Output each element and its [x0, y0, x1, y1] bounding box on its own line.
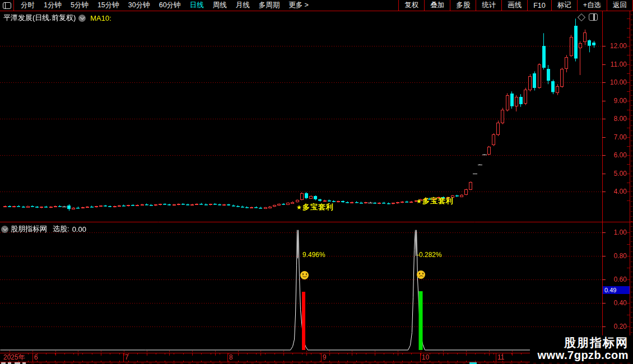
- selection-field-value: 0.00: [72, 225, 86, 234]
- indicator-axis-label: 1.00: [603, 228, 627, 236]
- timeframe-item[interactable]: 1分钟: [39, 1, 66, 10]
- collapse-chevron-icon[interactable]: [78, 15, 86, 22]
- month-label: 7: [125, 354, 129, 361]
- ma-indicator-label: MA10:: [90, 14, 111, 22]
- watermark: 股朋指标网 www.7gpzb.com: [530, 335, 633, 362]
- selection-field-label: 选股:: [53, 224, 69, 234]
- price-axis-label: 11.00: [603, 60, 627, 68]
- star-icon: ★: [416, 198, 422, 205]
- toolbar-item[interactable]: 标记: [551, 0, 577, 11]
- diamond-marker-icon[interactable]: [578, 13, 585, 21]
- month-label: 6: [34, 354, 38, 361]
- price-axis-label: 5.00: [603, 170, 627, 178]
- star-icon: ★: [296, 204, 302, 211]
- watermark-url: www.7gpzb.com: [538, 349, 629, 362]
- price-axis-label: 9.00: [603, 97, 627, 105]
- toolbar-item[interactable]: 返回: [607, 0, 632, 11]
- window-icon: [3, 2, 11, 9]
- toolbar-item[interactable]: +自选: [577, 0, 607, 11]
- month-label: 11: [497, 354, 504, 361]
- timeframe-item[interactable]: 5分钟: [66, 1, 93, 10]
- toolbar-item[interactable]: F10: [527, 0, 551, 11]
- price-axis-label: 12.00: [603, 42, 627, 50]
- stock-title: 平潭发展(日线.前复权): [3, 13, 76, 23]
- right-toolbar: 复权叠加多股统计画线F10标记+自选返回: [398, 0, 633, 11]
- price-axis-label: 10.00: [603, 78, 627, 86]
- indicator-axis-label: 0.40: [603, 299, 627, 307]
- sub-collapse-chevron-icon[interactable]: [1, 226, 8, 233]
- toolbar-item[interactable]: 叠加: [424, 0, 450, 11]
- price-axis-label: 8.00: [603, 115, 627, 123]
- panel-layout-icon[interactable]: [589, 13, 598, 21]
- month-label: 10: [422, 354, 429, 361]
- chart-canvas[interactable]: [0, 0, 633, 364]
- signal-percent-label: -0.282%: [417, 251, 442, 259]
- price-axis-label: 4.00: [603, 188, 627, 195]
- indicator-source-label: 股朋指标网: [11, 224, 47, 234]
- year-label: 2025年: [3, 354, 25, 361]
- signal-annotation: ★多宝套利: [296, 202, 334, 212]
- timeframe-item[interactable]: 分时: [16, 1, 39, 10]
- watermark-site-name: 股朋指标网: [538, 336, 629, 349]
- signal-percent-label: 9.496%: [302, 251, 325, 259]
- annotation-label: 多宝套利: [302, 202, 334, 212]
- timeframe-item[interactable]: 月线: [231, 1, 254, 10]
- timeframe-item[interactable]: 30分钟: [124, 1, 155, 10]
- toolbar-item[interactable]: 画线: [501, 0, 527, 11]
- timeframe-menu: 分时1分钟5分钟15分钟30分钟60分钟日线周线月线多周期更多 >: [14, 0, 313, 11]
- signal-annotation: ★多宝套利: [416, 196, 454, 206]
- main-chart-header: 平潭发展(日线.前复权) MA10:: [3, 13, 111, 23]
- annotation-label: 多宝套利: [422, 196, 454, 206]
- price-axis-label: 7.00: [603, 133, 627, 141]
- window-toggle-button[interactable]: [0, 0, 14, 11]
- timeframe-item[interactable]: 日线: [185, 1, 208, 10]
- month-label: 8: [229, 354, 233, 361]
- toolbar-item[interactable]: 多股: [450, 0, 476, 11]
- timeframe-item[interactable]: 更多 >: [284, 1, 313, 10]
- toolbar-item[interactable]: 复权: [398, 0, 424, 11]
- smiley-face-icon: [300, 271, 309, 279]
- indicator-axis-label: 0.80: [603, 252, 627, 260]
- top-toolbar: 分时1分钟5分钟15分钟30分钟60分钟日线周线月线多周期更多 > 复权叠加多股…: [0, 0, 633, 11]
- price-axis-label: 6.00: [603, 151, 627, 159]
- timeframe-item[interactable]: 15分钟: [93, 1, 124, 10]
- sad-face-icon: [417, 270, 425, 279]
- indicator-axis-label: 0.20: [603, 323, 627, 330]
- month-label: 9: [323, 354, 327, 361]
- toolbar-item[interactable]: 统计: [476, 0, 501, 11]
- timeframe-item[interactable]: 周线: [208, 1, 231, 10]
- current-value-badge: 0.49: [603, 286, 630, 294]
- chart-tools: [579, 13, 598, 21]
- sub-panel-header: 股朋指标网 选股: 0.00: [1, 224, 86, 234]
- timeframe-item[interactable]: 多周期: [254, 1, 285, 10]
- indicator-axis-label: 0.60: [603, 276, 627, 283]
- timeframe-item[interactable]: 60分钟: [155, 1, 185, 10]
